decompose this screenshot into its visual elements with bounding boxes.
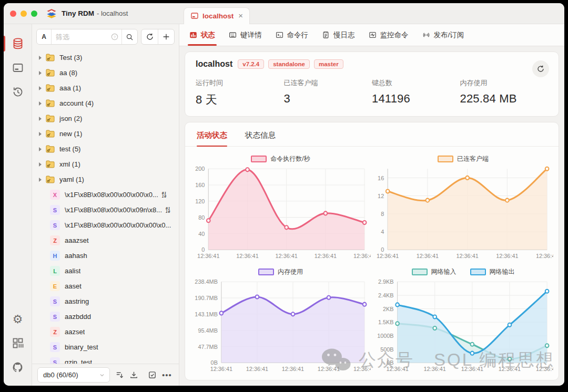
key-name: aazbddd: [65, 313, 91, 321]
caret-right-icon[interactable]: [39, 132, 42, 136]
list-load-icon: [115, 370, 124, 379]
chart-命令执行数/秒: 命令执行数/秒12:36:4112:36:4112:36:4112:36:411…: [189, 151, 372, 264]
tree-folder-Test[interactable]: Test (3): [32, 50, 179, 65]
maximize-window-button[interactable]: [31, 11, 37, 17]
tree-key-aaazset[interactable]: Z aaazset 0110: [32, 233, 179, 248]
caret-right-icon[interactable]: [39, 101, 42, 106]
search-button[interactable]: [121, 29, 137, 44]
svg-text:500B: 500B: [380, 346, 393, 352]
svg-text:0: 0: [201, 246, 205, 253]
nav-tab-发布/订阅[interactable]: 发布/订阅: [415, 24, 471, 46]
nav-tab-状态[interactable]: 状态: [182, 24, 222, 46]
folder-key-icon: [45, 174, 55, 184]
key-name: \x1F\x8B\x08\x00\x00\x00\x00\x0...: [65, 221, 171, 229]
tree-key-aalist[interactable]: L aalist 0110: [32, 263, 179, 278]
sub-tab-活动状态[interactable]: 活动状态: [197, 130, 227, 146]
svg-text:2KB: 2KB: [383, 306, 394, 312]
tree-key-binary_test[interactable]: S binary_test 0110: [32, 339, 179, 355]
connection-tab-localhost[interactable]: localhost ×: [184, 7, 250, 24]
tree-folder-aa[interactable]: aa (8): [32, 65, 179, 80]
svg-text:47.7MB: 47.7MB: [198, 343, 218, 349]
tree-key-aahash[interactable]: H aahash 0110: [32, 248, 179, 263]
tree-key-_x1F_x8B_x08_x00_x00_x00_x00_x[interactable]: S \x1F\x8B\x08\x00\x00\x00\x00\x0... 011…: [32, 218, 179, 233]
svg-text:12:36:41: 12:36:41: [536, 365, 553, 372]
more-actions-button[interactable]: •••: [162, 370, 172, 379]
refresh-status-button[interactable]: [532, 60, 549, 77]
legend-swatch: [251, 156, 267, 162]
rail-item-layout-grid-icon[interactable]: [4, 331, 32, 355]
tree-key-aazset[interactable]: Z aazset 0110: [32, 324, 179, 339]
minimize-window-button[interactable]: [21, 11, 27, 17]
tree-key-aaset[interactable]: E aaset 0110: [32, 278, 179, 294]
nav-tab-键详情[interactable]: 键详情: [222, 24, 269, 46]
load-all-button[interactable]: [129, 370, 138, 379]
tree-folder-json[interactable]: json (2): [32, 111, 179, 126]
traffic-lights: [10, 11, 37, 17]
stat-value: 141196: [372, 92, 460, 106]
tree-folder-account[interactable]: account (4): [32, 96, 179, 111]
caret-right-icon[interactable]: [39, 117, 42, 121]
sub-tab-状态信息[interactable]: 状态信息: [245, 130, 276, 146]
tree-key-_x1F_x8B_x08_x00_x00_x09n_x8_[interactable]: S \x1F\x8B\x08\x00\x00\x09n\x8... 0110: [32, 202, 179, 218]
svg-text:?: ?: [114, 35, 116, 39]
key-name: aazset: [65, 328, 85, 336]
rail-item-history-icon[interactable]: [4, 80, 32, 104]
legend-item-内存使用[interactable]: 内存使用: [258, 267, 303, 276]
nav-tab-慢日志[interactable]: 慢日志: [315, 24, 362, 46]
server-badge: v7.2.4: [238, 59, 264, 69]
legend-swatch: [258, 269, 274, 275]
rail-item-github-icon[interactable]: [4, 355, 32, 379]
load-more-button[interactable]: [115, 370, 124, 379]
key-type-badge: L: [50, 266, 60, 276]
svg-text:16: 16: [378, 174, 384, 181]
server-stats: 运行时间8 天已连客户端3键总数141196内存使用225.84 MB: [196, 78, 548, 108]
monitor-icon: [369, 31, 377, 39]
caret-right-icon[interactable]: [39, 162, 42, 167]
sidebar-search-row: A ?: [32, 24, 179, 49]
folder-key-icon: [45, 114, 55, 123]
db-selector-value: db0 (60/60): [43, 371, 99, 379]
legend-swatch: [470, 269, 486, 275]
folder-label: aaa (1): [59, 84, 81, 92]
caret-right-icon[interactable]: [39, 178, 42, 182]
filter-input[interactable]: [52, 33, 111, 41]
caret-right-icon[interactable]: [39, 147, 42, 151]
reload-keys-button[interactable]: [141, 29, 158, 44]
legend-item-命令执行数/秒[interactable]: 命令执行数/秒: [251, 154, 310, 163]
tree-folder-test[interactable]: test (5): [32, 141, 179, 157]
caret-right-icon[interactable]: [39, 56, 42, 60]
tree-folder-xml[interactable]: xml (1): [32, 157, 179, 172]
svg-text:12:36:41: 12:36:41: [197, 252, 219, 259]
nav-tab-监控命令[interactable]: 监控命令: [362, 24, 415, 46]
nav-tab-命令行[interactable]: 命令行: [269, 24, 316, 46]
filter-mode-button[interactable]: A: [37, 29, 52, 44]
tree-folder-aaa[interactable]: aaa (1): [32, 80, 179, 96]
app-title: Tiny RDM: [62, 9, 94, 17]
legend-item-已连客户端[interactable]: 已连客户端: [438, 154, 489, 163]
legend-item-网络输入[interactable]: 网络输入: [412, 267, 457, 276]
tree-key-_x1F_x8B_x08_x00_x00_x00_x0_[interactable]: X \x1F\x8B\x08\x00\x00\x00\x0... 0110: [32, 187, 179, 202]
tree-key-aazbddd[interactable]: S aazbddd 0110: [32, 309, 179, 324]
chart-plot: 12:36:4112:36:4112:36:4112:36:4112:36:41…: [190, 277, 371, 375]
legend-item-网络输出[interactable]: 网络输出: [470, 267, 515, 276]
server-tab-icon: [190, 12, 199, 20]
rail-item-settings-gear-icon[interactable]: ⚙: [4, 308, 32, 331]
caret-right-icon[interactable]: [39, 71, 42, 75]
chart-plot: 12:36:4112:36:4112:36:4112:36:4112:36:41…: [373, 164, 553, 262]
multi-select-button[interactable]: [148, 370, 157, 379]
rail-item-server-icon[interactable]: [4, 56, 32, 80]
add-key-button[interactable]: [158, 29, 174, 44]
tree-folder-yaml[interactable]: yaml (1): [32, 172, 179, 187]
tree-folder-new[interactable]: new (1): [32, 126, 179, 141]
close-tab-icon[interactable]: ×: [238, 13, 243, 18]
rail-item-database-icon[interactable]: [4, 32, 32, 56]
tree-key-aastring[interactable]: S aastring 0110: [32, 294, 179, 309]
db-selector[interactable]: db0 (60/60): [37, 367, 110, 383]
stat-内存使用: 内存使用225.84 MB: [460, 78, 549, 108]
window-subtitle: - localhost: [97, 9, 128, 17]
server-name: localhost: [196, 59, 232, 69]
folder-key-icon: [45, 144, 55, 154]
caret-right-icon[interactable]: [39, 86, 42, 90]
tree-key-gzip_test[interactable]: S gzip_test 0110: [32, 355, 179, 364]
close-window-button[interactable]: [10, 11, 16, 17]
